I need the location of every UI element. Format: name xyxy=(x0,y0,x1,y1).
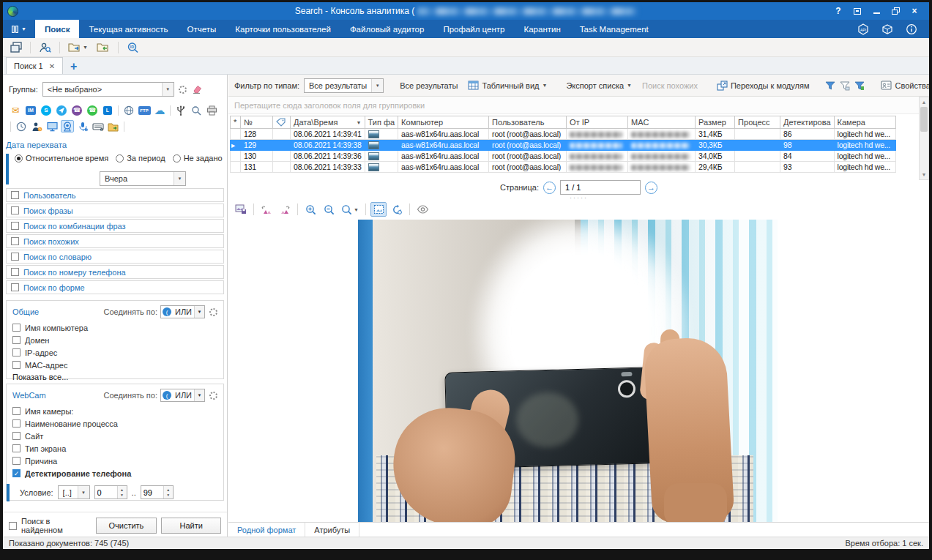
col-user[interactable]: Пользователь xyxy=(489,116,567,129)
checkbox[interactable] xyxy=(11,222,19,230)
condition-operator-select[interactable]: [..] ▼ xyxy=(58,485,90,499)
menu-tab-current-activity[interactable]: Текущая активность xyxy=(79,20,177,38)
search-in-found-checkbox[interactable] xyxy=(9,522,17,530)
export-folder-button[interactable]: ▼ xyxy=(65,40,91,55)
clear-button[interactable]: Очистить xyxy=(96,518,157,534)
checkbox[interactable] xyxy=(12,324,20,332)
webcam-cb-camera-name[interactable]: Имя камеры: xyxy=(12,405,217,417)
menu-tab-profile-center[interactable]: Профайл центр xyxy=(433,20,514,38)
reset-view-button[interactable] xyxy=(389,202,405,217)
common-cb-computer-name[interactable]: Имя компьютера xyxy=(12,321,217,334)
telegram-icon[interactable] xyxy=(55,104,68,116)
user-search-button[interactable] xyxy=(36,40,54,55)
col-from-ip[interactable]: От IP xyxy=(567,116,628,129)
user-properties-button[interactable]: Свойства пользо... xyxy=(878,79,929,92)
viber-icon[interactable]: ☎ xyxy=(70,104,83,116)
chevron-down-icon[interactable]: ▼ xyxy=(194,389,204,401)
eye-button[interactable] xyxy=(414,202,430,217)
table-row[interactable]: 131 08.06.2021 14:39:33 aas-w81x64ru.aas… xyxy=(231,162,896,173)
col-process[interactable]: Процесс xyxy=(735,116,780,129)
radio-not-set[interactable]: Не задано xyxy=(173,154,223,163)
checkbox[interactable] xyxy=(11,268,19,276)
add-tab-button[interactable]: + xyxy=(70,61,77,72)
ftp-icon[interactable]: FTP xyxy=(138,104,151,116)
col-detected[interactable]: Детектирова xyxy=(780,116,834,129)
checkbox[interactable] xyxy=(12,407,20,415)
keyboard-icon[interactable]: i xyxy=(92,120,105,132)
filter-similar[interactable]: Поиск похожих xyxy=(6,234,224,248)
checkbox[interactable] xyxy=(11,253,19,261)
join-by-select[interactable]: ( ИЛИ ▼ xyxy=(160,389,205,402)
col-marker[interactable]: * xyxy=(231,116,241,129)
filter-user[interactable]: Пользователь xyxy=(6,188,224,202)
save-image-button[interactable] xyxy=(233,202,249,217)
funnel-filter-icon[interactable] xyxy=(825,78,835,93)
tab-native-format[interactable]: Родной формат xyxy=(228,523,305,537)
monitor-icon[interactable] xyxy=(45,120,59,132)
col-mac[interactable]: MAC xyxy=(628,116,696,129)
printer-icon[interactable] xyxy=(205,104,218,116)
groups-select[interactable]: <Не выбрано> ▼ xyxy=(42,82,174,97)
checkbox[interactable] xyxy=(12,361,20,369)
rotate-left-button[interactable] xyxy=(258,202,275,217)
checkbox[interactable] xyxy=(12,348,20,356)
menu-tab-search[interactable]: Поиск xyxy=(35,20,80,38)
package-icon[interactable] xyxy=(881,23,893,35)
folder-share-icon[interactable] xyxy=(107,120,120,132)
checkbox[interactable] xyxy=(12,336,20,344)
groups-settings-gear-icon[interactable] xyxy=(179,86,187,94)
lync-icon[interactable]: L xyxy=(101,104,114,116)
checkbox[interactable] xyxy=(12,432,20,440)
cloud-icon[interactable]: ☁ xyxy=(153,104,166,116)
restore-button[interactable] xyxy=(891,7,900,15)
menu-tab-reports[interactable]: Отчеты xyxy=(178,20,226,38)
checkbox[interactable] xyxy=(12,419,20,428)
close-tab-icon[interactable]: ✕ xyxy=(49,62,55,70)
col-tag[interactable] xyxy=(273,116,291,129)
tab-attributes[interactable]: Атрибуты xyxy=(305,523,359,537)
fit-to-window-button[interactable] xyxy=(370,202,387,217)
menu-tab-file-auditor[interactable]: Файловый аудитор xyxy=(340,20,434,38)
main-menu-button[interactable]: ▼ xyxy=(3,20,35,38)
prev-page-button[interactable]: ← xyxy=(543,182,556,194)
zoom-out-button[interactable] xyxy=(321,202,337,217)
join-by-select[interactable]: ( ИЛИ ▼ xyxy=(160,305,205,318)
table-row[interactable]: 130 08.06.2021 14:39:36 aas-w81x64ru.aas… xyxy=(231,151,896,162)
col-filetype[interactable]: Тип фа xyxy=(365,116,398,129)
filter-phone-number[interactable]: Поиск по номеру телефона xyxy=(6,265,224,279)
relative-time-select[interactable]: Вчера ▼ xyxy=(100,171,186,186)
common-cb-mac[interactable]: MAC-адрес xyxy=(12,359,217,371)
export-list-button[interactable]: Экспорт списка▼ xyxy=(563,80,635,92)
next-page-button[interactable]: → xyxy=(645,182,657,194)
scroll-up-icon[interactable]: ▲ xyxy=(922,97,927,107)
radio-relative-time[interactable]: Относительное время xyxy=(15,154,108,163)
mail-icon[interactable]: ✉ xyxy=(9,104,22,116)
close-button[interactable]: × xyxy=(910,7,919,15)
menu-tab-user-cards[interactable]: Карточки пользователей xyxy=(225,20,340,38)
filter-phrase-combination[interactable]: Поиск по комбинации фраз xyxy=(6,219,224,233)
spinner-arrows-icon[interactable]: ▲▼ xyxy=(163,486,173,499)
import-folder-button[interactable] xyxy=(94,40,113,55)
http-globe-icon[interactable] xyxy=(122,104,135,116)
chevron-down-icon[interactable]: ▼ xyxy=(78,486,89,499)
checkbox[interactable] xyxy=(11,191,19,199)
grid-vertical-scrollbar[interactable]: ▲ ▼ xyxy=(919,97,929,180)
common-settings-gear-icon[interactable] xyxy=(209,308,217,316)
modules-button[interactable]: Переходы к модулям xyxy=(714,79,813,92)
page-input[interactable] xyxy=(560,180,641,195)
checkbox[interactable] xyxy=(12,444,20,452)
rotate-right-button[interactable] xyxy=(277,202,293,217)
zoom-in-button[interactable] xyxy=(302,202,318,217)
webcam-cb-screen-type[interactable]: Тип экрана xyxy=(12,442,217,455)
checkbox[interactable] xyxy=(12,457,20,465)
help-button[interactable]: ? xyxy=(834,7,843,15)
webcam-icon[interactable] xyxy=(61,120,74,132)
float-window-button[interactable] xyxy=(853,7,862,15)
group-by-hint[interactable]: Перетащите сюда заголовок поля для групп… xyxy=(228,97,919,114)
col-size[interactable]: Размер xyxy=(696,116,735,129)
checkbox-checked[interactable]: ✓ xyxy=(12,469,20,477)
table-view-button[interactable]: Табличный вид▼ xyxy=(465,79,550,92)
checkbox[interactable] xyxy=(11,206,19,214)
device-search-icon[interactable] xyxy=(190,104,203,116)
image-viewer[interactable]: mi xyxy=(228,220,929,522)
